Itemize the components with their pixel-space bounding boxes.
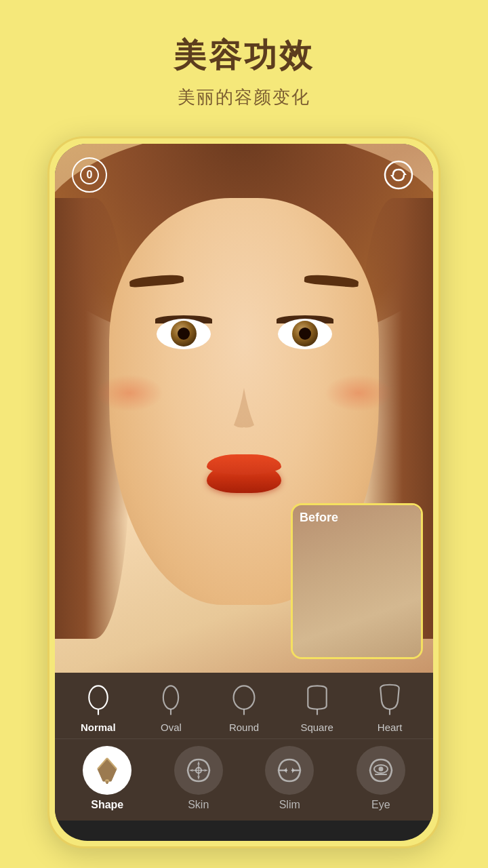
timer-icon[interactable]: 0 xyxy=(72,157,107,193)
svg-point-0 xyxy=(385,161,412,189)
eye-category-label: Eye xyxy=(371,799,390,811)
phone-screen: 0 Before xyxy=(55,144,433,841)
category-slim[interactable]: Slim xyxy=(244,746,336,811)
shape-item-round[interactable]: Round xyxy=(207,681,281,733)
svg-marker-2 xyxy=(390,175,393,178)
bottom-toolbar: Normal Oval xyxy=(55,673,433,821)
shape-category-icon xyxy=(83,746,131,795)
category-row: Shape xyxy=(55,739,433,821)
page-subtitle: 美丽的容颜变化 xyxy=(174,85,314,109)
camera-view: 0 Before xyxy=(55,144,433,673)
page-title: 美容功效 xyxy=(174,34,314,77)
heart-face-icon xyxy=(371,681,409,719)
shape-category-label: Shape xyxy=(91,799,123,811)
category-skin[interactable]: Skin xyxy=(153,746,245,811)
flip-camera-icon[interactable] xyxy=(381,157,416,193)
svg-point-5 xyxy=(163,686,178,709)
before-face-bg xyxy=(293,505,421,657)
slim-category-label: Slim xyxy=(279,799,300,811)
oval-face-icon xyxy=(152,681,190,719)
eye-right xyxy=(278,315,332,353)
svg-marker-19 xyxy=(292,768,295,773)
iris-left xyxy=(171,321,197,347)
eyes-area xyxy=(123,300,365,368)
category-shape[interactable]: Shape xyxy=(62,746,153,811)
round-label: Round xyxy=(229,722,259,733)
square-face-icon xyxy=(298,681,336,719)
slim-category-icon xyxy=(265,746,314,795)
svg-point-7 xyxy=(234,686,255,709)
blush-left xyxy=(96,374,163,412)
iris-right xyxy=(292,321,318,347)
timer-label: 0 xyxy=(87,169,93,181)
skin-category-label: Skin xyxy=(188,799,209,811)
before-label: Before xyxy=(300,511,338,525)
oval-label: Oval xyxy=(161,722,182,733)
shape-item-square[interactable]: Square xyxy=(281,681,354,733)
eye-category-icon xyxy=(357,746,405,795)
timer-inner: 0 xyxy=(80,165,99,184)
svg-marker-18 xyxy=(284,768,287,773)
header: 美容功效 美丽的容颜变化 xyxy=(160,0,328,130)
skin-category-icon xyxy=(174,746,223,795)
category-eye[interactable]: Eye xyxy=(336,746,427,811)
eye-left xyxy=(157,315,211,353)
normal-label: Normal xyxy=(81,722,116,733)
shape-item-oval[interactable]: Oval xyxy=(135,681,208,733)
shape-item-heart[interactable]: Heart xyxy=(353,681,426,733)
pupil-left xyxy=(178,328,190,340)
normal-face-icon xyxy=(79,681,117,719)
face-shape-row: Normal Oval xyxy=(55,673,433,739)
nose xyxy=(220,381,268,435)
before-thumbnail: Before xyxy=(291,503,423,659)
lips xyxy=(207,462,281,493)
square-label: Square xyxy=(300,722,333,733)
phone-border: 0 Before xyxy=(47,136,441,848)
heart-label: Heart xyxy=(378,722,403,733)
pupil-right xyxy=(299,328,311,340)
svg-point-3 xyxy=(89,686,107,709)
svg-marker-1 xyxy=(404,172,407,175)
blush-right xyxy=(325,374,392,412)
shape-item-normal[interactable]: Normal xyxy=(62,681,135,733)
phone-frame: 0 Before xyxy=(47,136,441,848)
round-face-icon xyxy=(225,681,263,719)
svg-point-21 xyxy=(378,767,383,772)
